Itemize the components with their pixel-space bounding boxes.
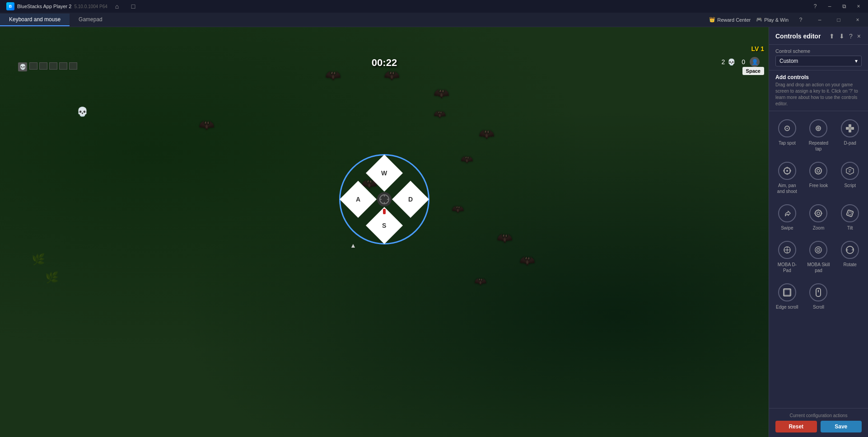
maximize2-btn[interactable]: □ — [832, 15, 845, 25]
moba-skill-pad-label: MOBA Skill pad — [806, 262, 831, 273]
control-tap-spot[interactable]: Tap spot — [773, 116, 802, 155]
restore-btn[interactable]: ⧉ — [837, 1, 851, 11]
app-title: BlueStacks App Player 2 — [17, 4, 71, 9]
svg-rect-11 — [849, 130, 851, 132]
controls-question-btn[interactable]: ? — [848, 32, 854, 41]
dpad-circle: W S A D — [339, 154, 429, 244]
reward-icon: 👑 — [709, 17, 715, 23]
app-version: 5.10.0.1004 P64 — [74, 4, 107, 9]
control-tilt[interactable]: Tilt — [835, 201, 864, 235]
scroll-label: Scroll — [813, 304, 824, 310]
svg-point-42 — [818, 249, 819, 250]
nav-bar: Keyboard and mouse Gamepad 👑 Reward Cent… — [0, 13, 868, 27]
svg-point-6 — [786, 128, 788, 129]
control-free-look[interactable]: Free look — [804, 158, 833, 198]
titlebar-left: B BlueStacks App Player 2 5.10.0.1004 P6… — [3, 1, 808, 11]
controls-close-btn[interactable]: × — [856, 32, 862, 41]
dpad-center — [377, 192, 392, 207]
add-controls-desc: Drag and drop an action on your game scr… — [775, 82, 862, 107]
moba-dpad-icon — [778, 241, 796, 259]
svg-point-27 — [817, 212, 820, 215]
help-btn[interactable]: ? — [794, 15, 807, 25]
controls-panel-title: Controls editor — [775, 33, 821, 40]
edge-scroll-label: Edge scroll — [776, 304, 798, 310]
tab-keyboard[interactable]: Keyboard and mouse — [0, 14, 70, 26]
control-moba-skill-pad[interactable]: MOBA Skill pad — [804, 237, 833, 277]
save-button[interactable]: Save — [821, 421, 862, 432]
main-content: 💀 LV 1 00:22 2 💀 0 👤 Space 🦇 🦇 🦇 🦇 🦇 🦇 🦇 — [0, 27, 868, 437]
minimize2-btn[interactable]: – — [813, 15, 826, 25]
add-controls-title: Add controls — [775, 74, 862, 80]
svg-rect-10 — [849, 124, 851, 127]
svg-rect-12 — [846, 127, 849, 130]
scroll-icon — [809, 283, 827, 301]
tilt-label: Tilt — [847, 225, 853, 231]
svg-point-22 — [817, 169, 820, 172]
svg-marker-23 — [846, 167, 854, 174]
dpad-up-key[interactable]: W — [366, 155, 403, 192]
controls-header: Controls editor ⬆ ⬇ ? × — [769, 27, 868, 45]
close2-btn[interactable]: × — [851, 15, 864, 25]
footer-buttons: Reset Save — [775, 421, 862, 432]
rotate-icon — [841, 241, 859, 259]
d-pad-icon — [841, 119, 859, 137]
question-btn[interactable]: ? — [808, 1, 822, 11]
swipe-label: Swipe — [781, 225, 793, 231]
script-icon — [841, 162, 859, 180]
svg-point-35 — [786, 249, 788, 251]
zoom-icon — [809, 204, 827, 222]
controls-import-btn[interactable]: ⬇ — [838, 32, 845, 41]
free-look-label: Free look — [809, 183, 828, 188]
zoom-label: Zoom — [813, 225, 825, 231]
controls-grid: Tap spot Repeated tap — [769, 111, 868, 318]
game-area[interactable]: 💀 LV 1 00:22 2 💀 0 👤 Space 🦇 🦇 🦇 🦇 🦇 🦇 🦇 — [0, 27, 769, 437]
free-look-icon — [809, 162, 827, 180]
svg-rect-32 — [846, 210, 853, 216]
svg-point-9 — [818, 128, 819, 129]
rotate-label: Rotate — [843, 262, 856, 268]
control-aim-pan-shoot[interactable]: Aim, pan and shoot — [773, 158, 802, 198]
controls-footer: Current configuration actions Reset Save — [769, 408, 868, 437]
svg-point-21 — [815, 168, 821, 174]
svg-point-26 — [815, 210, 821, 216]
nav-right: 👑 Reward Center 🎮 Play & Win ? – □ × — [705, 15, 868, 25]
controls-share-btn[interactable]: ⬆ — [828, 32, 835, 41]
d-pad-label: D-pad — [844, 140, 856, 146]
controls-header-actions: ⬆ ⬇ ? × — [828, 32, 862, 41]
repeated-tap-icon — [809, 119, 827, 137]
close-btn[interactable]: × — [852, 1, 865, 11]
dpad-right-key[interactable]: D — [392, 181, 429, 218]
control-d-pad[interactable]: D-pad — [835, 116, 864, 155]
control-scroll[interactable]: Scroll — [804, 280, 833, 314]
dpad-left-key[interactable]: A — [340, 181, 377, 218]
control-repeated-tap[interactable]: Repeated tap — [804, 116, 833, 155]
settings-nav-btn[interactable]: □ — [126, 1, 140, 11]
home-nav-btn[interactable]: ⌂ — [110, 1, 124, 11]
repeated-tap-label: Repeated tap — [806, 140, 831, 152]
controls-panel: Controls editor ⬆ ⬇ ? × Control scheme C… — [769, 27, 868, 437]
swipe-icon — [778, 204, 796, 222]
moba-dpad-label: MOBA D-Pad — [775, 262, 800, 273]
svg-point-20 — [786, 170, 788, 172]
control-zoom[interactable]: Zoom — [804, 201, 833, 235]
minimize-btn[interactable]: – — [823, 1, 836, 11]
footer-label: Current configuration actions — [775, 413, 862, 418]
reset-button[interactable]: Reset — [775, 421, 817, 432]
control-swipe[interactable]: Swipe — [773, 201, 802, 235]
add-controls-section: Add controls Drag and drop an action on … — [769, 70, 868, 111]
svg-rect-33 — [848, 211, 852, 215]
play-win-btn[interactable]: 🎮 Play & Win — [756, 17, 789, 23]
tab-gamepad[interactable]: Gamepad — [70, 14, 112, 26]
control-script[interactable]: Script — [835, 158, 864, 198]
app-logo-icon: B — [6, 2, 14, 10]
svg-rect-14 — [849, 127, 851, 130]
reward-center-btn[interactable]: 👑 Reward Center — [709, 17, 751, 23]
control-edge-scroll[interactable]: Edge scroll — [773, 280, 802, 314]
tap-spot-icon — [778, 119, 796, 137]
control-scheme-dropdown[interactable]: Custom ▾ — [775, 56, 862, 66]
dpad-control[interactable]: W S A D — [339, 154, 429, 244]
control-rotate[interactable]: Rotate — [835, 237, 864, 277]
control-moba-dpad[interactable]: MOBA D-Pad — [773, 237, 802, 277]
play-icon: 🎮 — [756, 17, 762, 23]
edge-scroll-icon — [778, 283, 796, 301]
